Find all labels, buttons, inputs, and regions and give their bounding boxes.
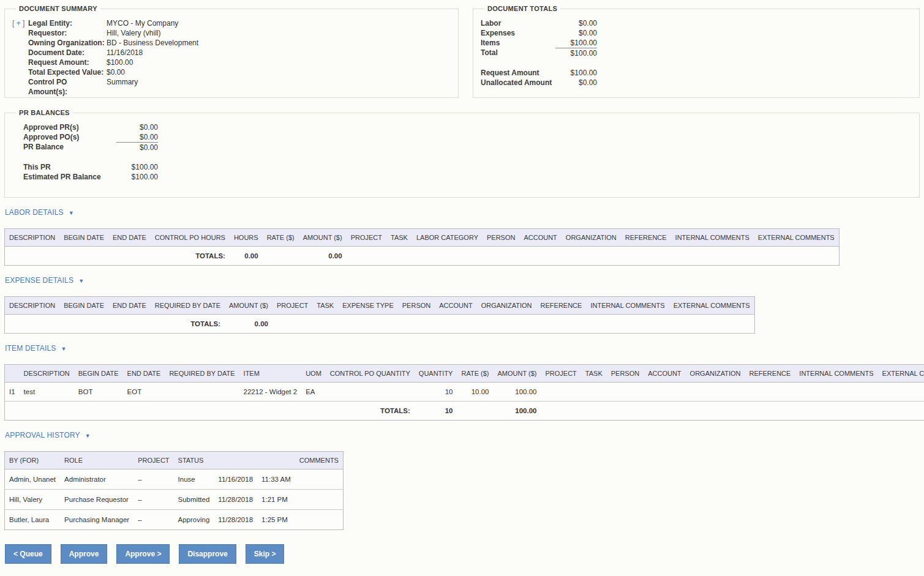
column-header: TASK <box>386 229 412 247</box>
field-value: $0.00 <box>107 67 125 77</box>
field-row: Approved PR(s)$0.00 <box>23 122 912 132</box>
field-value: $0.00 <box>116 142 158 152</box>
skip-button[interactable]: Skip > <box>246 544 285 564</box>
approve-next-button[interactable]: Approve > <box>116 544 170 564</box>
cell <box>581 402 607 421</box>
column-header: ROLE <box>60 452 133 469</box>
column-header: ACCOUNT <box>435 297 476 315</box>
cell: Butler, Laura <box>5 510 61 530</box>
field-label: Estimated PR Balance <box>23 172 116 182</box>
column-header: QUANTITY <box>415 365 457 383</box>
chevron-down-icon: ▼ <box>69 210 74 216</box>
cell: Purchase Requestor <box>60 490 133 510</box>
column-header: PROJECT <box>133 452 173 469</box>
table-row: I1testBOTEOT22212 - Widget 2EA1010.00100… <box>5 383 924 402</box>
column-header: DESCRIPTION <box>5 229 60 247</box>
column-header: CONTROL PO HOURS <box>151 229 230 247</box>
field-label: Document Date: <box>28 48 107 58</box>
column-header: UOM <box>301 365 326 383</box>
column-header: DESCRIPTION <box>20 365 74 383</box>
cell <box>536 315 587 334</box>
cell <box>386 247 412 266</box>
column-header: BEGIN DATE <box>59 229 108 247</box>
expand-spacer <box>12 28 28 38</box>
cell: TOTALS: <box>151 247 230 266</box>
expense-details-title: EXPENSE DETAILS <box>5 276 73 285</box>
cell: 0.00 <box>225 315 272 334</box>
spacer <box>23 152 912 162</box>
column-header: AMOUNT ($) <box>225 297 272 315</box>
cell <box>669 315 754 334</box>
expand-toggle[interactable]: [ + ] <box>12 18 28 28</box>
field-row: Owning Organization:BD - Business Develo… <box>12 38 451 48</box>
field-row: Total$100.00 <box>481 48 912 58</box>
top-row: DOCUMENT SUMMARY [ + ]Legal Entity:MYCO … <box>4 5 920 98</box>
column-header: TASK <box>312 297 338 315</box>
column-header: ITEM <box>239 365 302 383</box>
cell: 100.00 <box>494 402 541 421</box>
field-value: $100.00 <box>116 172 158 182</box>
queue-button[interactable]: < Queue <box>5 544 51 564</box>
cell <box>312 315 338 334</box>
approval-history-toggle[interactable]: APPROVAL HISTORY ▼ <box>5 431 91 439</box>
column-header: STATUS <box>174 452 214 469</box>
cell <box>795 383 877 402</box>
expand-spacer <box>12 67 28 77</box>
field-row: Total Expected Value:$0.00 <box>12 67 451 77</box>
cell <box>435 315 476 334</box>
field-row: Estimated PR Balance$100.00 <box>23 172 912 182</box>
column-header: ORGANIZATION <box>562 229 621 247</box>
approval-history-table: BY (FOR)ROLEPROJECTSTATUSCOMMENTSAdmin, … <box>4 451 344 530</box>
cell: 1:21 PM <box>257 490 295 510</box>
field-value: 11/16/2018 <box>107 48 143 58</box>
document-summary-fields: [ + ]Legal Entity:MYCO - My CompanyReque… <box>12 18 451 97</box>
item-details-title: ITEM DETAILS <box>5 344 56 353</box>
cell <box>644 383 685 402</box>
expense-details-toggle[interactable]: EXPENSE DETAILS ▼ <box>5 276 84 285</box>
cell: – <box>133 510 173 530</box>
field-value: MYCO - My Company <box>107 18 178 28</box>
field-value: $100.00 <box>116 162 158 172</box>
column-header: PERSON <box>398 297 435 315</box>
cell <box>686 402 745 421</box>
field-value: BD - Business Development <box>107 38 198 48</box>
column-header <box>214 452 257 469</box>
field-value: $100.00 <box>555 38 597 48</box>
cell: Submitted <box>174 490 214 510</box>
cell: 10 <box>415 383 457 402</box>
approve-button[interactable]: Approve <box>61 544 108 564</box>
disapprove-button[interactable]: Disapprove <box>179 544 236 564</box>
cell: – <box>133 490 173 510</box>
field-row: Approved PO(s)$0.00 <box>23 132 912 142</box>
cell <box>301 402 326 421</box>
column-header: COMMENTS <box>295 452 344 469</box>
field-row: Request Amount$100.00 <box>481 68 912 78</box>
labor-details-toggle[interactable]: LABOR DETAILS ▼ <box>5 208 74 217</box>
document-summary-legend: DOCUMENT SUMMARY <box>16 5 100 12</box>
chevron-down-icon: ▼ <box>85 433 91 439</box>
document-summary-panel: DOCUMENT SUMMARY [ + ]Legal Entity:MYCO … <box>4 5 459 98</box>
totals-row: TOTALS:0.000.00 <box>5 247 839 266</box>
cell <box>644 402 685 421</box>
column-header: EXPENSE TYPE <box>338 297 398 315</box>
cell <box>795 402 877 421</box>
cell <box>754 247 839 266</box>
column-header: EXTERNAL COMMENTS <box>669 297 754 315</box>
field-value: $0.00 <box>555 28 597 38</box>
cell: 10.00 <box>457 383 493 402</box>
cell <box>5 247 60 266</box>
column-header: CONTROL PO QUANTITY <box>326 365 415 383</box>
item-details-toggle[interactable]: ITEM DETAILS ▼ <box>5 344 67 353</box>
column-header: BEGIN DATE <box>74 365 123 383</box>
field-row: Requestor:Hill, Valery (vhill) <box>12 28 451 38</box>
column-header: BEGIN DATE <box>59 297 108 315</box>
cell <box>412 247 483 266</box>
labor-details-table: DESCRIPTIONBEGIN DATEEND DATECONTROL PO … <box>4 228 839 266</box>
field-value: $0.00 <box>555 78 597 88</box>
cell: I1 <box>5 383 20 402</box>
cell <box>123 402 165 421</box>
cell: 11/28/2018 <box>214 490 257 510</box>
field-label: Total <box>481 48 555 58</box>
cell <box>59 247 108 266</box>
field-row: Request Amount:$100.00 <box>12 58 451 67</box>
